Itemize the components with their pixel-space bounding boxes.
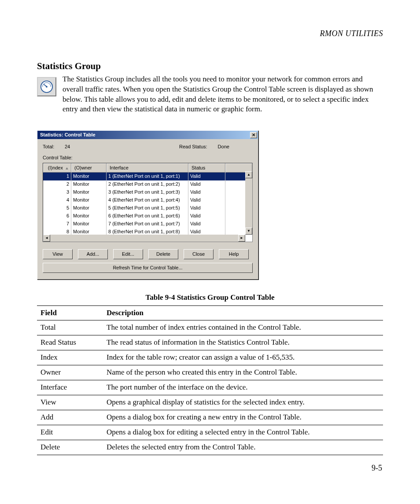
read-status-value: Done [218,143,229,150]
control-table-label: Control Table: [43,155,253,161]
table-caption: Table 9-4 Statistics Group Control Table [37,293,383,303]
total-value: 24 [65,143,82,150]
close-button[interactable]: Close [184,249,214,259]
intro-block: The Statistics Group includes all the to… [37,74,383,115]
total-label: Total: [43,143,65,150]
read-status-label: Read Status: [179,143,207,150]
def-header-field: Field [37,305,103,320]
definition-row: ViewOpens a graphical display of statist… [37,395,383,410]
definition-row: OwnerName of the person who created this… [37,365,383,380]
table-row[interactable]: 1Monitor1 (EtherNet Port on unit 1, port… [43,173,252,180]
help-button[interactable]: Help [219,249,249,259]
dialog-title: Statistics: Control Table [40,132,96,138]
table-row[interactable]: 2Monitor2 (EtherNet Port on unit 1, port… [43,180,252,188]
definition-row: InterfaceThe port number of the interfac… [37,380,383,395]
control-table-grid[interactable]: (I)ndex (O)wner Interface Status 1Monito… [43,163,253,242]
table-row[interactable]: 4Monitor4 (EtherNet Port on unit 1, port… [43,196,252,204]
scroll-left-icon[interactable]: ◄ [43,235,50,242]
definition-row: DeleteDeletes the selected entry from th… [37,440,383,455]
gauge-icon [37,77,56,96]
page-number: 9-5 [372,463,382,473]
running-header: RMON UTILITIES [37,28,383,39]
definition-row: TotalThe total number of index entries c… [37,320,383,335]
definition-row: EditOpens a dialog box for editing a sel… [37,425,383,440]
header-interface[interactable]: Interface [107,163,188,173]
dialog-titlebar: Statistics: Control Table ✕ [37,131,258,139]
table-row[interactable]: 3Monitor3 (EtherNet Port on unit 1, port… [43,188,252,196]
svg-point-2 [46,86,48,88]
definition-row: IndexIndex for the table row; creator ca… [37,350,383,365]
def-header-desc: Description [103,305,383,320]
scroll-down-icon[interactable]: ▼ [245,228,252,235]
definition-row: AddOpens a dialog box for creating a new… [37,410,383,425]
table-row[interactable]: 6Monitor6 (EtherNet Port on unit 1, port… [43,212,252,220]
scroll-up-icon[interactable]: ▲ [245,171,252,178]
table-row[interactable]: 8Monitor8 (EtherNet Port on unit 1, port… [43,228,252,235]
definition-row: Read StatusThe read status of informatio… [37,335,383,350]
header-index[interactable]: (I)ndex [43,163,71,173]
refresh-time-button[interactable]: Refresh Time for Control Table... [43,263,253,273]
section-title: Statistics Group [37,60,383,72]
table-row[interactable]: 5Monitor5 (EtherNet Port on unit 1, port… [43,204,252,212]
delete-button[interactable]: Delete [148,249,178,259]
add-button[interactable]: Add... [78,249,108,259]
view-button[interactable]: View [43,249,73,259]
vertical-scrollbar[interactable]: ▲ ▼ [245,171,252,235]
sort-asc-icon [66,167,68,169]
control-table-dialog: Statistics: Control Table ✕ Total: 24 Re… [37,130,258,279]
intro-text: The Statistics Group includes all the to… [63,74,383,115]
scroll-right-icon[interactable]: ► [238,235,245,242]
definition-table: Field Description TotalThe total number … [37,305,383,455]
edit-button[interactable]: Edit... [113,249,143,259]
header-status[interactable]: Status [188,163,225,173]
table-row[interactable]: 7Monitor7 (EtherNet Port on unit 1, port… [43,220,252,228]
horizontal-scrollbar[interactable]: ◄ ► [43,235,245,242]
close-icon[interactable]: ✕ [250,132,257,138]
header-owner[interactable]: (O)wner [71,163,107,173]
